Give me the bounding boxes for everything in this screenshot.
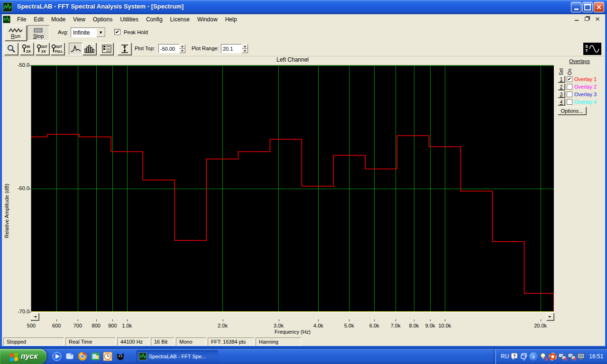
- stop-button[interactable]: Stop: [28, 25, 49, 41]
- peak-hold-check-icon: ✔: [115, 29, 120, 35]
- scroll-right-button[interactable]: ►: [546, 313, 554, 320]
- x-tick-label: 900: [108, 323, 117, 328]
- window-restore-tray-icon[interactable]: [520, 353, 528, 361]
- overlay-4-checkbox[interactable]: [567, 99, 572, 105]
- menu-utilities[interactable]: Utilities: [116, 15, 142, 24]
- menu-edit[interactable]: Edit: [30, 15, 47, 24]
- x-tick-mark: [31, 319, 32, 321]
- scale-range-button[interactable]: [118, 43, 131, 55]
- antivirus-tray-icon[interactable]: [549, 353, 557, 361]
- app-icon[interactable]: [3, 2, 12, 12]
- overlay-3-checkbox[interactable]: [567, 91, 572, 97]
- start-button[interactable]: пуск: [0, 349, 46, 364]
- overlay-3-set-button[interactable]: 3: [558, 91, 565, 98]
- plot-top-spinner[interactable]: ▲ ▼: [179, 44, 185, 53]
- lamp-alert-tray-icon[interactable]: ×: [539, 353, 547, 361]
- overlay-1-checkbox[interactable]: ✔: [567, 76, 572, 82]
- menu-help[interactable]: Help: [221, 15, 241, 24]
- quicklaunch-fox-icon[interactable]: [116, 352, 125, 361]
- spectralab-logo: S T: [583, 43, 601, 55]
- network-offline-icon-2[interactable]: ×: [568, 353, 576, 361]
- x-tick-mark: [127, 319, 128, 321]
- x-tick-label: 9.0k: [425, 323, 435, 328]
- title-bar[interactable]: SpectraLAB - FFT Spectral Analysis Syste…: [0, 0, 607, 14]
- bar-plot-button[interactable]: [83, 43, 96, 55]
- x-tick-mark: [374, 319, 375, 321]
- x-tick-label: 800: [92, 323, 101, 328]
- plot-top-label: Plot Top:: [135, 46, 155, 51]
- overlay-3-label: Overlay 3: [574, 91, 597, 97]
- zoom-out-2x-button[interactable]: OUT 2X: [36, 43, 49, 55]
- help-tray-icon[interactable]: ?: [510, 353, 518, 361]
- quicklaunch-clock-icon[interactable]: [103, 352, 112, 361]
- status-channels: Mono: [176, 337, 206, 346]
- y-tick-label: -50.0: [9, 62, 29, 68]
- taskbar-button-label: SpectraLAB - FFT Spe...: [149, 354, 206, 359]
- network-offline-icon-1[interactable]: ×: [558, 353, 566, 361]
- minimize-icon: [574, 9, 579, 10]
- plot-top-spin-up-icon[interactable]: ▲: [179, 44, 185, 49]
- overlay-1-check-icon: ✔: [568, 77, 571, 82]
- y-tick-label: -60.0: [9, 185, 29, 191]
- menu-view[interactable]: View: [69, 15, 89, 24]
- mdi-minimize-icon: [575, 20, 579, 21]
- menu-window[interactable]: Window: [193, 15, 221, 24]
- menu-config[interactable]: Config: [142, 15, 166, 24]
- plot-top-input[interactable]: [158, 44, 179, 53]
- x-tick-mark: [414, 319, 414, 321]
- zoom-in-2x-button[interactable]: IN 2X: [20, 43, 34, 55]
- run-button[interactable]: Run: [5, 25, 27, 41]
- mdi-restore-icon: [585, 17, 589, 21]
- overlay-options-button[interactable]: Options...: [558, 107, 586, 115]
- language-indicator[interactable]: RU: [501, 353, 509, 360]
- svg-text:FULL: FULL: [55, 50, 63, 53]
- line-plot-button[interactable]: [69, 43, 83, 55]
- plot-range-spinner[interactable]: ▲ ▼: [242, 44, 248, 53]
- overlay-2-set-button[interactable]: 2: [558, 83, 565, 90]
- mdi-restore-button[interactable]: [583, 15, 591, 22]
- plot-range-spin-down-icon[interactable]: ▼: [242, 49, 248, 54]
- plot-range-spin-up-icon[interactable]: ▲: [242, 44, 248, 49]
- svg-text:2X: 2X: [26, 49, 31, 54]
- menu-license[interactable]: License: [166, 15, 193, 24]
- plot-range-input[interactable]: [221, 44, 242, 53]
- close-button[interactable]: ×: [594, 2, 604, 12]
- line-plot-icon: [71, 45, 81, 53]
- x-tick-label: 1.0k: [122, 323, 132, 328]
- avg-label: Avg:: [58, 29, 68, 35]
- quicklaunch-media-player-icon[interactable]: [52, 352, 62, 361]
- collapse-chevron-icon[interactable]: ‹: [529, 352, 538, 361]
- spectrum-plot[interactable]: [31, 65, 554, 312]
- menu-options[interactable]: Options: [89, 15, 116, 24]
- mdi-system-icon[interactable]: [3, 16, 10, 23]
- avg-select[interactable]: Infinite ▼: [71, 27, 106, 37]
- overlay-1-set-button[interactable]: 1: [558, 76, 565, 82]
- mdi-minimize-button[interactable]: [573, 15, 580, 22]
- y-tick-mark: [29, 65, 31, 66]
- avg-select-arrow-icon[interactable]: ▼: [96, 28, 105, 37]
- peak-hold-checkbox[interactable]: ✔: [114, 29, 120, 35]
- lamp-disabled-cross-icon: ×: [544, 357, 548, 362]
- overlays-title: Overlays: [564, 58, 595, 64]
- quicklaunch-green-app-icon[interactable]: [91, 352, 100, 361]
- zoom-out-full-button[interactable]: OUT FULL: [51, 43, 64, 55]
- zoom-cursor-button[interactable]: [4, 43, 18, 55]
- status-mode: Real Time: [65, 337, 116, 346]
- overlay-2-checkbox[interactable]: [567, 84, 572, 90]
- overlay-4-set-button[interactable]: 4: [558, 99, 565, 105]
- display-options-button[interactable]: [100, 43, 113, 55]
- minimize-button[interactable]: [571, 2, 581, 12]
- quicklaunch-browser-icon[interactable]: [78, 352, 87, 361]
- mdi-close-button[interactable]: ×: [594, 15, 601, 22]
- maximize-button[interactable]: [582, 2, 593, 12]
- menu-mode[interactable]: Mode: [47, 15, 69, 24]
- scroll-left-button[interactable]: ◄: [31, 313, 39, 320]
- taskbar-spectralab-button[interactable]: SpectraLAB - FFT Spe...: [137, 350, 218, 363]
- svg-text:?: ?: [513, 354, 516, 358]
- bar-plot-icon: [84, 45, 95, 53]
- quicklaunch-messenger-icon[interactable]: [65, 352, 74, 361]
- display-tray-icon[interactable]: [577, 353, 585, 361]
- clock[interactable]: 16:51: [589, 353, 603, 360]
- menu-file[interactable]: File: [13, 15, 30, 24]
- plot-top-spin-down-icon[interactable]: ▼: [179, 49, 185, 54]
